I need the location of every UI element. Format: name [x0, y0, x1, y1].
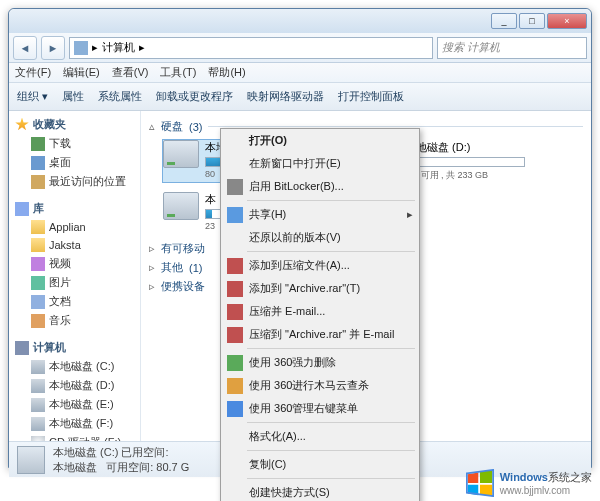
organize-button[interactable]: 组织 ▾	[17, 89, 48, 104]
watermark-brand: Windows	[500, 471, 548, 483]
sidebar-item-drive-d[interactable]: 本地磁盘 (D:)	[11, 376, 138, 395]
watermark-url: www.bjjmlv.com	[500, 485, 592, 496]
video-icon	[31, 257, 45, 271]
ctx-share[interactable]: 共享(H)▸	[221, 203, 419, 226]
drive-icon	[31, 398, 45, 412]
drive-label: 本地磁盘 (D:)	[405, 140, 525, 155]
sidebar-item-music[interactable]: 音乐	[11, 311, 138, 330]
ctx-copy[interactable]: 复制(C)	[221, 453, 419, 476]
ctx-bitlocker[interactable]: 启用 BitLocker(B)...	[221, 175, 419, 198]
back-button[interactable]: ◄	[13, 36, 37, 60]
watermark: Windows系统之家 www.bjjmlv.com	[466, 469, 592, 497]
menu-view[interactable]: 查看(V)	[112, 65, 149, 80]
menu-edit[interactable]: 编辑(E)	[63, 65, 100, 80]
close-button[interactable]: ×	[547, 13, 587, 29]
sidebar-item-drive-e[interactable]: 本地磁盘 (E:)	[11, 395, 138, 414]
desktop-icon	[31, 156, 45, 170]
map-drive-button[interactable]: 映射网络驱动器	[247, 89, 324, 104]
menu-file[interactable]: 文件(F)	[15, 65, 51, 80]
ctx-restore[interactable]: 还原以前的版本(V)	[221, 226, 419, 249]
properties-button[interactable]: 属性	[62, 89, 84, 104]
360-icon	[227, 355, 243, 371]
watermark-brand2: 系统之家	[548, 471, 592, 483]
status-used-label: 已用空间:	[121, 446, 168, 458]
uninstall-button[interactable]: 卸载或更改程序	[156, 89, 233, 104]
cd-icon	[31, 436, 45, 442]
ctx-add-archive[interactable]: 添加到压缩文件(A)...	[221, 254, 419, 277]
ctx-new-window[interactable]: 在新窗口中打开(E)	[221, 152, 419, 175]
address-bar[interactable]: ▸ 计算机 ▸	[69, 37, 433, 59]
maximize-button[interactable]: □	[519, 13, 545, 29]
status-free: 可用空间: 80.7 G	[106, 461, 189, 473]
recent-icon	[31, 175, 45, 189]
drive-icon	[163, 140, 199, 168]
drive-icon	[17, 446, 45, 474]
music-icon	[31, 314, 45, 328]
windows-logo-icon	[466, 469, 494, 497]
status-type: 本地磁盘	[53, 461, 97, 473]
chevron-down-icon: ▵	[149, 120, 155, 133]
system-properties-button[interactable]: 系统属性	[98, 89, 142, 104]
forward-button[interactable]: ►	[41, 36, 65, 60]
computer-icon	[15, 341, 29, 355]
ctx-open[interactable]: 打开(O)	[221, 129, 419, 152]
drive-icon	[31, 417, 45, 431]
chevron-right-icon: ▹	[149, 261, 155, 274]
toolbar: 组织 ▾ 属性 系统属性 卸载或更改程序 映射网络驱动器 打开控制面板	[9, 83, 591, 111]
chevron-right-icon: ▹	[149, 242, 155, 255]
sidebar: 收藏夹 下载 桌面 最近访问的位置 库 Applian Jaksta 视频 图片…	[9, 111, 141, 441]
lock-icon	[227, 179, 243, 195]
drive-icon	[31, 379, 45, 393]
ctx-360-delete[interactable]: 使用 360强力删除	[221, 351, 419, 374]
context-menu: 打开(O) 在新窗口中打开(E) 启用 BitLocker(B)... 共享(H…	[220, 128, 420, 501]
ctx-zip-email[interactable]: 压缩并 E-mail...	[221, 300, 419, 323]
ctx-zip-rar-email[interactable]: 压缩到 "Archive.rar" 并 E-mail	[221, 323, 419, 346]
minimize-button[interactable]: _	[491, 13, 517, 29]
star-icon	[15, 118, 29, 132]
archive-icon	[227, 258, 243, 274]
sidebar-item-drive-c[interactable]: 本地磁盘 (C:)	[11, 357, 138, 376]
drive-free: GB 可用 , 共 233 GB	[405, 169, 525, 182]
chevron-right-icon: ▹	[149, 280, 155, 293]
sidebar-item-downloads[interactable]: 下载	[11, 134, 138, 153]
archive-icon	[227, 304, 243, 320]
search-input[interactable]: 搜索 计算机	[437, 37, 587, 59]
ctx-add-rar[interactable]: 添加到 "Archive.rar"(T)	[221, 277, 419, 300]
usage-bar	[405, 157, 525, 167]
sidebar-item-applian[interactable]: Applian	[11, 218, 138, 236]
archive-icon	[227, 281, 243, 297]
sidebar-item-cd-drive[interactable]: CD 驱动器 (F:)	[11, 433, 138, 441]
sidebar-item-drive-f[interactable]: 本地磁盘 (F:)	[11, 414, 138, 433]
sidebar-item-videos[interactable]: 视频	[11, 254, 138, 273]
libraries-header[interactable]: 库	[11, 199, 138, 218]
sidebar-item-recent[interactable]: 最近访问的位置	[11, 172, 138, 191]
control-panel-button[interactable]: 打开控制面板	[338, 89, 404, 104]
menu-bar: 文件(F) 编辑(E) 查看(V) 工具(T) 帮助(H)	[9, 63, 591, 83]
document-icon	[31, 295, 45, 309]
download-icon	[31, 137, 45, 151]
ctx-360-scan[interactable]: 使用 360进行木马云查杀	[221, 374, 419, 397]
ctx-360-menu[interactable]: 使用 360管理右键菜单	[221, 397, 419, 420]
drive-icon	[163, 192, 199, 220]
folder-icon	[31, 238, 45, 252]
sidebar-item-documents[interactable]: 文档	[11, 292, 138, 311]
library-icon	[15, 202, 29, 216]
folder-icon	[31, 220, 45, 234]
ctx-shortcut[interactable]: 创建快捷方式(S)	[221, 481, 419, 501]
sidebar-item-desktop[interactable]: 桌面	[11, 153, 138, 172]
breadcrumb-sep: ▸	[92, 41, 98, 54]
menu-help[interactable]: 帮助(H)	[208, 65, 245, 80]
menu-tools[interactable]: 工具(T)	[160, 65, 196, 80]
archive-icon	[227, 327, 243, 343]
360-icon	[227, 378, 243, 394]
favorites-header[interactable]: 收藏夹	[11, 115, 138, 134]
picture-icon	[31, 276, 45, 290]
status-name: 本地磁盘 (C:)	[53, 446, 118, 458]
ctx-format[interactable]: 格式化(A)...	[221, 425, 419, 448]
titlebar: _ □ ×	[9, 9, 591, 33]
360-icon	[227, 401, 243, 417]
computer-header[interactable]: 计算机	[11, 338, 138, 357]
sidebar-item-pictures[interactable]: 图片	[11, 273, 138, 292]
sidebar-item-jaksta[interactable]: Jaksta	[11, 236, 138, 254]
breadcrumb-item[interactable]: 计算机	[102, 40, 135, 55]
